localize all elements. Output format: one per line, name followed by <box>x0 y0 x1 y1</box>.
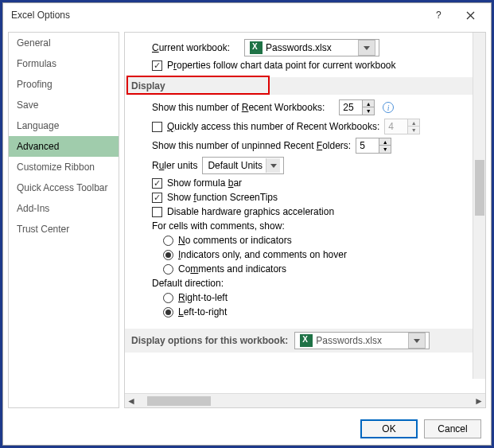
sidebar-item-save[interactable]: Save <box>9 95 119 115</box>
recent-folders-spinner[interactable]: ▲▼ <box>356 138 391 154</box>
show-screentips-checkbox[interactable] <box>152 193 162 203</box>
comments-all-radio[interactable] <box>163 264 173 275</box>
display-workbook-value: Passwords.xlsx <box>316 335 405 346</box>
chevron-down-icon <box>358 40 375 56</box>
sidebar-item-add-ins[interactable]: Add-Ins <box>9 198 119 219</box>
spin-down-icon[interactable]: ▼ <box>379 146 391 153</box>
excel-file-icon <box>250 41 263 54</box>
display-section-heading: Display <box>125 77 485 95</box>
disable-hw-checkbox[interactable] <box>152 207 162 217</box>
recent-folders-label: Show this number of unpinned Recent Fold… <box>152 140 351 151</box>
comments-heading: For cells with comments, show: <box>152 220 285 232</box>
sidebar-item-trust-center[interactable]: Trust Center <box>9 219 119 240</box>
comments-none-label: No comments or indicators <box>178 235 292 246</box>
ruler-units-dropdown[interactable]: Default Units <box>202 157 284 174</box>
sidebar-item-quick-access-toolbar[interactable]: Quick Access Toolbar <box>9 177 119 198</box>
scrollbar-thumb[interactable] <box>147 396 211 406</box>
close-button[interactable] <box>454 5 486 25</box>
sidebar-item-advanced[interactable]: Advanced <box>9 136 119 157</box>
direction-heading: Default direction: <box>152 278 224 289</box>
display-workbook-dropdown[interactable]: Passwords.xlsx <box>294 332 430 349</box>
quick-access-checkbox[interactable] <box>152 122 162 132</box>
direction-ltr-radio[interactable] <box>163 307 173 317</box>
sidebar-item-formulas[interactable]: Formulas <box>9 53 119 74</box>
comments-indicators-radio[interactable] <box>163 250 173 260</box>
category-sidebar: General Formulas Proofing Save Language … <box>8 32 119 408</box>
recent-folders-input[interactable] <box>356 138 379 153</box>
show-formula-bar-checkbox[interactable] <box>152 178 162 189</box>
ruler-units-value: Default Units <box>208 160 263 171</box>
disable-hw-label: Disable hardware graphics acceleration <box>167 206 334 217</box>
recent-workbooks-spinner[interactable]: ▲▼ <box>339 99 375 115</box>
excel-options-dialog: Excel Options ? General Formulas Proofin… <box>2 2 492 446</box>
cancel-button[interactable]: Cancel <box>424 419 481 438</box>
svg-marker-5 <box>414 339 420 343</box>
current-workbook-value: Passwords.xlsx <box>266 42 355 53</box>
recent-workbooks-input[interactable] <box>340 100 362 115</box>
properties-follow-chart-label: Properties follow chart data point for c… <box>167 60 396 71</box>
spin-up-icon[interactable]: ▲ <box>363 100 374 107</box>
spin-down-icon[interactable]: ▼ <box>363 107 374 115</box>
comments-all-label: Comments and indicators <box>178 263 286 275</box>
excel-file-icon <box>300 334 313 347</box>
chevron-down-icon <box>408 333 426 349</box>
comments-none-radio[interactable] <box>163 236 173 246</box>
window-title: Excel Options <box>11 10 422 21</box>
svg-marker-4 <box>270 164 277 168</box>
ok-button[interactable]: OK <box>360 419 418 438</box>
comments-indicators-label: Indicators only, and comments on hover <box>178 249 347 260</box>
chevron-down-icon <box>266 158 280 173</box>
recent-workbooks-label: Show this number of Recent Workbooks: <box>152 102 325 113</box>
info-icon[interactable]: i <box>383 102 394 113</box>
show-formula-bar-label: Show formula bar <box>167 177 242 189</box>
sidebar-item-proofing[interactable]: Proofing <box>9 74 119 95</box>
properties-follow-chart-checkbox[interactable] <box>152 60 162 71</box>
scroll-right-icon[interactable]: ► <box>473 395 485 407</box>
spin-down-icon: ▼ <box>408 127 419 134</box>
titlebar: Excel Options ? <box>3 3 491 27</box>
svg-text:?: ? <box>436 10 441 21</box>
scrollbar-thumb[interactable] <box>475 160 484 216</box>
help-button[interactable]: ? <box>422 5 454 25</box>
vertical-scrollbar[interactable] <box>473 33 485 379</box>
horizontal-scrollbar[interactable]: ◄ ► <box>125 393 485 407</box>
display-workbook-section-heading: Display options for this workbook: Passw… <box>125 329 485 353</box>
ruler-units-label: Ruler units <box>152 160 197 171</box>
quick-access-label: Quickly access this number of Recent Wor… <box>167 121 379 132</box>
options-panel: Current workbook: Passwords.xlsx Propert… <box>125 33 485 393</box>
show-screentips-label: Show function ScreenTips <box>167 192 278 203</box>
sidebar-item-language[interactable]: Language <box>9 115 119 136</box>
sidebar-item-general[interactable]: General <box>9 33 119 53</box>
svg-marker-3 <box>364 46 370 50</box>
sidebar-item-customize-ribbon[interactable]: Customize Ribbon <box>9 157 119 177</box>
quick-access-input <box>385 119 407 134</box>
direction-ltr-label: Left-to-right <box>178 306 227 317</box>
current-workbook-label: Current workbook: <box>152 42 230 53</box>
dialog-footer: OK Cancel <box>3 413 491 445</box>
direction-rtl-radio[interactable] <box>163 293 173 303</box>
spin-up-icon[interactable]: ▲ <box>379 138 391 146</box>
scroll-left-icon[interactable]: ◄ <box>125 395 138 407</box>
current-workbook-dropdown[interactable]: Passwords.xlsx <box>244 39 379 56</box>
quick-access-spinner: ▲▼ <box>384 119 420 134</box>
spin-up-icon: ▲ <box>408 119 419 127</box>
direction-rtl-label: Right-to-left <box>178 292 228 303</box>
